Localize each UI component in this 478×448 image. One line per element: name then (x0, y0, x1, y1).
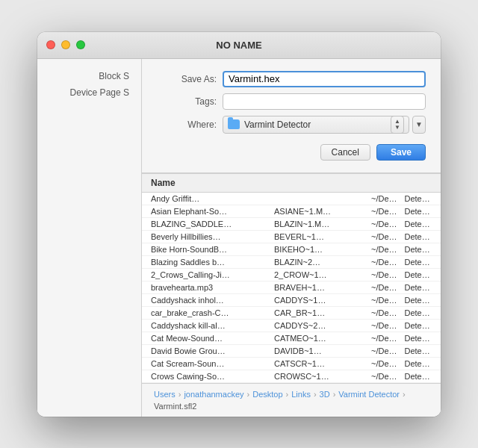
col-dest-header (402, 176, 435, 190)
left-panel: Block S Device Page S (37, 59, 142, 417)
table-row[interactable]: Beverly Hillbillies… BEVERL~1… ~/Desktop… (142, 231, 441, 243)
file-path: ~/Desktop/Links/3D/V... (368, 308, 402, 318)
file-dest: Detector/MP3 Finalis (402, 282, 435, 293)
file-path: ~/Desktop/Links/3D/V... (368, 219, 402, 229)
file-name: Andy Griffit… (148, 193, 271, 204)
file-dest: Detector/MP3 Finalis (402, 358, 435, 369)
file-list-header: Name (142, 174, 441, 193)
file-name: Cat Meow-Sound… (148, 333, 271, 343)
file-name: Crows Cawing-So… (148, 371, 271, 382)
where-expand-button[interactable]: ▼ (412, 116, 426, 134)
file-path: ~/Desktop/Links/3D/V... (368, 358, 402, 369)
file-name: Bike Horn-SoundB… (148, 244, 271, 255)
file-dest: Detector/MP3 Finalis (402, 257, 435, 267)
breadcrumb-separator: › (314, 390, 317, 399)
breadcrumb-separator: › (179, 390, 181, 399)
where-selector: Varmint Detector ▲ ▼ ▼ (223, 116, 426, 134)
breadcrumb-separator: › (333, 390, 336, 399)
breadcrumb-separator: › (286, 390, 289, 399)
file-name: Asian Elephant-So… (148, 206, 271, 217)
breadcrumb-item[interactable]: jonathanmackey (184, 390, 243, 399)
maximize-button[interactable] (76, 40, 85, 49)
table-row[interactable]: Caddyshack kill-al… CADDYS~2… ~/Desktop/… (142, 320, 441, 332)
window-controls (46, 40, 85, 49)
tags-row: Tags: (157, 93, 426, 110)
file-dest: Detector/MP3 Finalis (402, 308, 435, 318)
file-path: ~/Desktop/Links/3D/V... (368, 333, 402, 343)
table-row[interactable]: Andy Griffit… ~/Desktop/Links/3D/V... De… (142, 193, 441, 205)
where-arrows-button[interactable]: ▲ ▼ (391, 116, 404, 134)
where-value: Varmint Detector (244, 119, 386, 130)
tags-input[interactable] (223, 93, 426, 110)
device-page-s-label: Device Page S (37, 84, 141, 101)
file-name: car_brake_crash-C… (148, 308, 271, 318)
folder-icon (228, 119, 240, 129)
file-name: Cat Scream-Soun… (148, 358, 271, 369)
block-s-label: Block S (37, 68, 141, 84)
file-short: CATMEO~1… (271, 333, 368, 343)
file-name: Caddyshack kill-al… (148, 320, 271, 331)
table-row[interactable]: Caddyshack inhol… CADDYS~1… ~/Desktop/Li… (142, 294, 441, 307)
table-row[interactable]: Asian Elephant-So… ASIANE~1.M… ~/Desktop… (142, 205, 441, 218)
table-row[interactable]: car_brake_crash-C… CAR_BR~1… ~/Desktop/L… (142, 307, 441, 320)
table-row[interactable]: Crows Cawing-So… CROWSC~1… ~/Desktop/Lin… (142, 370, 441, 383)
breadcrumb-item: Varmint.sfl2 (154, 402, 196, 411)
cancel-button[interactable]: Cancel (320, 144, 370, 161)
file-short: CAR_BR~1… (271, 308, 368, 318)
file-path: ~/Desktop/Links/3D/V... (368, 244, 402, 255)
col-short-header (271, 176, 368, 190)
file-path: ~/Desktop/Links/3D/V... (368, 282, 402, 293)
breadcrumb-item[interactable]: Links (291, 390, 311, 399)
table-row[interactable]: Blazing Saddles b… BLAZIN~2… ~/Desktop/L… (142, 256, 441, 269)
breadcrumb-item[interactable]: Varmint Detector (338, 390, 400, 399)
col-name-header: Name (148, 176, 271, 190)
file-name: Beverly Hillbillies… (148, 231, 271, 242)
file-path: ~/Desktop/Links/3D/V... (368, 257, 402, 267)
table-row[interactable]: BLAZING_SADDLE… BLAZIN~1.M… ~/Desktop/Li… (142, 218, 441, 231)
table-row[interactable]: bravehearta.mp3 BRAVEH~1… ~/Desktop/Link… (142, 281, 441, 294)
file-dest: Detector/MP3 Finalis (402, 244, 435, 255)
file-path: ~/Desktop/Links/3D/V... (368, 193, 402, 204)
breadcrumb-item[interactable]: Desktop (252, 390, 282, 399)
breadcrumb-item[interactable]: Users (154, 390, 176, 399)
file-path: ~/Desktop/Links/3D/V... (368, 371, 402, 382)
where-dropdown[interactable]: Varmint Detector ▲ ▼ (223, 116, 409, 134)
table-row[interactable]: David Bowie Grou… DAVIDB~1… ~/Desktop/Li… (142, 345, 441, 358)
file-name: BLAZING_SADDLE… (148, 219, 271, 229)
file-short: DAVIDB~1… (271, 346, 368, 356)
file-name: 2_Crows_Calling-Ji… (148, 270, 271, 280)
file-dest: Detector/MP3 Finalis (402, 333, 435, 343)
file-path: ~/Desktop/Links/3D/V... (368, 346, 402, 356)
minimize-button[interactable] (61, 40, 70, 49)
file-name: bravehearta.mp3 (148, 282, 271, 293)
save-as-label: Save As: (157, 74, 217, 84)
file-dest: Detector/MP3 Finalis (402, 346, 435, 356)
close-button[interactable] (46, 40, 55, 49)
chevron-down-icon: ▼ (415, 120, 423, 128)
file-short: ASIANE~1.M… (271, 206, 368, 217)
file-dest: Detector/MP3 Finalis (402, 371, 435, 382)
breadcrumb-item[interactable]: 3D (320, 390, 330, 399)
file-list-container: Name Andy Griffit… ~/Desktop/Links/3D/V.… (142, 173, 441, 383)
file-dest: Detector/MP3 Finalis (402, 270, 435, 280)
file-path: ~/Desktop/Links/3D/V... (368, 270, 402, 280)
file-path: ~/Desktop/Links/3D/V... (368, 206, 402, 217)
file-short: CADDYS~1… (271, 295, 368, 305)
col-path-header (368, 176, 402, 190)
file-path: ~/Desktop/Links/3D/V... (368, 231, 402, 242)
where-row: Where: Varmint Detector ▲ ▼ ▼ (157, 116, 426, 134)
file-dest: Detector/MP3 Finalis (402, 320, 435, 331)
save-as-row: Save As: (157, 71, 426, 87)
save-as-input[interactable] (223, 71, 426, 87)
table-row[interactable]: Cat Scream-Soun… CATSCR~1… ~/Desktop/Lin… (142, 358, 441, 370)
file-short: CATSCR~1… (271, 358, 368, 369)
table-row[interactable]: Bike Horn-SoundB… BIKEHO~1… ~/Desktop/Li… (142, 243, 441, 256)
button-row: Cancel Save (157, 140, 426, 164)
file-dest: Detector/MP3 Finalis (402, 193, 435, 204)
file-short: CROWSC~1… (271, 371, 368, 382)
table-row[interactable]: 2_Crows_Calling-Ji… 2_CROW~1… ~/Desktop/… (142, 269, 441, 281)
right-panel: Save As: Tags: Where: Varmint Detector (142, 59, 441, 417)
table-row[interactable]: Cat Meow-Sound… CATMEO~1… ~/Desktop/Link… (142, 332, 441, 345)
file-short: BIKEHO~1… (271, 244, 368, 255)
save-button[interactable]: Save (376, 144, 426, 161)
